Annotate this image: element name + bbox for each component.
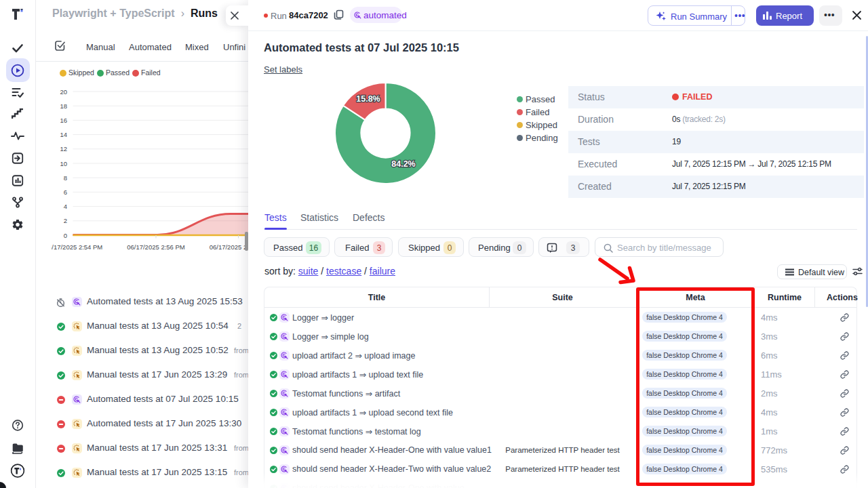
svg-text:14: 14	[60, 131, 67, 138]
svg-text:12: 12	[60, 145, 67, 152]
svg-text:10: 10	[60, 160, 67, 167]
svg-text:0: 0	[64, 232, 67, 239]
svg-text:06/17/2025 2:56 PM: 06/17/2025 2:56 PM	[127, 243, 185, 251]
svg-text:8: 8	[64, 174, 67, 182]
svg-text:84.2%: 84.2%	[391, 159, 415, 169]
svg-text:20: 20	[60, 88, 67, 96]
svg-text:06/17/2025 2:54 PM: 06/17/2025 2:54 PM	[45, 243, 103, 251]
svg-text:2: 2	[64, 217, 67, 224]
svg-text:06/17/2025 2:58 PM: 06/17/2025 2:58 PM	[210, 243, 250, 251]
svg-text:15.8%: 15.8%	[356, 94, 380, 104]
svg-text:4: 4	[64, 203, 67, 210]
svg-text:16: 16	[60, 117, 67, 124]
svg-text:18: 18	[60, 102, 67, 110]
svg-text:6: 6	[64, 188, 67, 196]
